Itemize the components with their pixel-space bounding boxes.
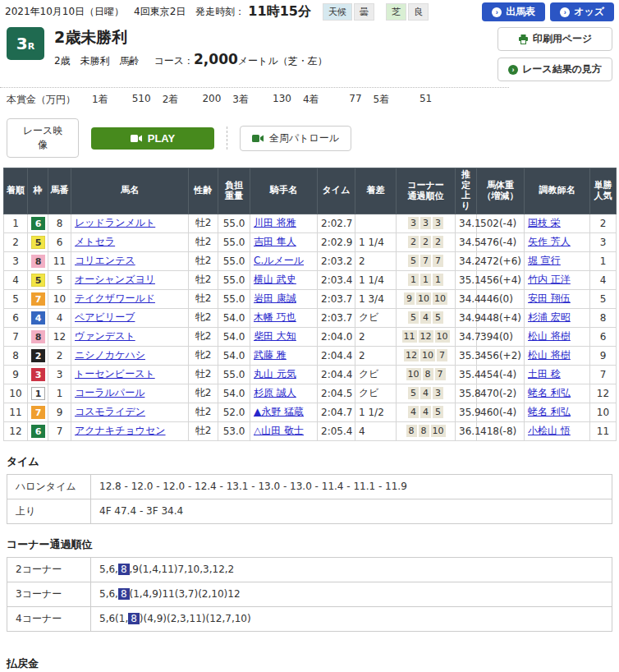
- trainer-link[interactable]: 国枝 栄: [528, 217, 561, 228]
- finish-time: 2:03.2: [318, 251, 355, 270]
- trainer-link[interactable]: 矢作 芳人: [528, 236, 571, 247]
- race-date: 2021年10月10日（日曜） 4回東京2日 発走時刻：: [5, 5, 245, 19]
- carried-weight: 52.0: [218, 403, 250, 421]
- body-weight: 460(-4): [477, 403, 525, 421]
- horse-name-cell: トーセンビースト: [71, 365, 189, 384]
- finish-time: 2:04.0: [318, 327, 355, 346]
- video-camera-icon: [131, 134, 143, 143]
- result-row: 5710テイクザワールド牡255.0岩田 康誠2:03.71 3/4910103…: [4, 289, 617, 308]
- trainer-link[interactable]: 松山 将樹: [528, 349, 571, 361]
- sex-age: 牝2: [189, 384, 218, 403]
- horse-name-link[interactable]: レッドランメルト: [75, 217, 155, 228]
- jockey-link[interactable]: 木幡 巧也: [254, 311, 296, 323]
- corner-pos-badge: 10: [416, 292, 431, 305]
- trainer-link[interactable]: 堀 宣行: [528, 255, 561, 266]
- trainer-link[interactable]: 杉浦 宏昭: [528, 311, 571, 323]
- horse-name-link[interactable]: コリエンテス: [75, 255, 135, 266]
- trainer-cell: 安田 翔伍: [525, 289, 590, 308]
- trainer-cell: 国枝 栄: [525, 214, 590, 232]
- trainer-link[interactable]: 竹内 正洋: [528, 274, 571, 285]
- corner-row-label: 3コーナー: [7, 582, 91, 606]
- horse-name-cell: コリエンテス: [71, 251, 189, 270]
- header-margin: 着差: [355, 168, 397, 214]
- print-page-label: 印刷用ページ: [533, 32, 593, 46]
- odds-button-label: オッズ: [574, 5, 604, 19]
- margin: クビ: [355, 384, 397, 403]
- win-favorite: 3: [590, 232, 617, 251]
- frame-cell: 5: [28, 232, 48, 251]
- corner-pos-badge: 8: [423, 368, 433, 380]
- header-time: タイム: [318, 168, 355, 214]
- horse-name-link[interactable]: アクナキチョウセン: [75, 425, 166, 436]
- sex-age: 牡2: [189, 403, 218, 421]
- horse-name-cell: メトセラ: [71, 232, 189, 251]
- trainer-cell: 杉浦 宏昭: [525, 308, 590, 327]
- header-carried-weight: 負担重量: [218, 168, 250, 214]
- race-header: 3R 2歳未勝利 2歳 未勝利 馬齢 コース：2,000メートル（芝・左） 印刷…: [0, 23, 619, 84]
- horse-name-link[interactable]: メトセラ: [75, 236, 115, 247]
- horse-name-cell: レッドランメルト: [71, 214, 189, 232]
- finish-time: 2:05.4: [318, 421, 355, 440]
- jockey-link[interactable]: △山田 敬士: [254, 425, 304, 436]
- trainer-link[interactable]: 土田 稔: [528, 368, 561, 380]
- jockey-link[interactable]: 吉田 隼人: [254, 236, 296, 247]
- horse-number: 10: [48, 289, 71, 308]
- play-button[interactable]: PLAY: [91, 127, 214, 150]
- corner-pos-badge: 10: [435, 330, 450, 343]
- horse-name-link[interactable]: ペアビリーブ: [75, 311, 135, 323]
- horse-name-link[interactable]: テイクザワールド: [75, 292, 155, 304]
- corner-pos-badge: 3: [433, 387, 443, 399]
- horse-name-link[interactable]: ニシノカケハシ: [75, 349, 145, 361]
- trainer-link[interactable]: 小桧山 悟: [528, 425, 571, 436]
- frame-cell: 6: [28, 421, 48, 440]
- turf-badges: 芝 良: [386, 3, 429, 21]
- horse-name-link[interactable]: オーシャンズヨリ: [75, 274, 155, 285]
- odds-button[interactable]: › オッズ: [550, 2, 614, 21]
- frame-cell: 8: [28, 327, 48, 346]
- print-page-button[interactable]: 印刷用ページ: [497, 27, 612, 51]
- carried-weight: 53.0: [218, 421, 250, 440]
- horse-number: 4: [48, 308, 71, 327]
- jockey-link[interactable]: 横山 武史: [254, 274, 296, 285]
- trainer-link[interactable]: 蛯名 利弘: [528, 387, 571, 398]
- jockey-link[interactable]: 丸山 元気: [254, 368, 296, 380]
- corner-pos-badge: 7: [435, 368, 446, 380]
- jockey-link[interactable]: ▲永野 猛蔵: [254, 406, 304, 417]
- win-favorite: 2: [590, 214, 617, 232]
- horse-name-link[interactable]: コスモライデン: [75, 406, 145, 417]
- jockey-link[interactable]: 柴田 大知: [254, 330, 296, 342]
- corner-pos-badge: 9: [404, 292, 415, 305]
- header-corner-positions: コーナー通過順位: [397, 168, 456, 214]
- result-row: 1011コーラルパール牝254.0杉原 誠人2:04.5クビ54335.8470…: [4, 384, 617, 403]
- jockey-link[interactable]: 武藤 雅: [254, 349, 287, 361]
- corner-positions: 111210: [397, 327, 456, 346]
- results-guide-button[interactable]: › レース結果の見方: [497, 58, 612, 81]
- race-video-button[interactable]: レース映像: [7, 118, 79, 158]
- patrol-video-button[interactable]: 全周パトロール: [240, 126, 351, 151]
- trainer-link[interactable]: 松山 将樹: [528, 330, 571, 342]
- payout-heading: 払戻金: [7, 656, 612, 672]
- finish-time: 2:04.4: [318, 346, 355, 365]
- last-furlongs-label: 上り: [7, 499, 91, 523]
- horse-name-link[interactable]: ヴァンデスト: [75, 330, 135, 342]
- jockey-link[interactable]: C.ルメール: [254, 255, 304, 266]
- trainer-link[interactable]: 蛯名 利弘: [528, 406, 571, 417]
- horse-name-link[interactable]: コーラルパール: [75, 387, 144, 398]
- corner-positions: 111: [397, 270, 456, 289]
- sex-age: 牡2: [189, 214, 218, 232]
- last-3f: 34.1: [456, 214, 477, 232]
- corner-positions: 543: [397, 384, 456, 403]
- body-weight: 472(+6): [477, 251, 525, 270]
- jockey-link[interactable]: 岩田 康誠: [254, 292, 296, 304]
- margin: クビ: [355, 308, 397, 327]
- jockey-link[interactable]: 杉原 誠人: [254, 387, 296, 398]
- entries-button[interactable]: › 出馬表: [482, 2, 545, 21]
- horse-name-link[interactable]: トーセンビースト: [75, 368, 155, 380]
- arrow-circle-icon: ›: [492, 7, 502, 17]
- horse-name-cell: ニシノカケハシ: [71, 346, 189, 365]
- trainer-link[interactable]: 安田 翔伍: [528, 292, 571, 304]
- finish-time: 2:04.4: [318, 365, 355, 384]
- horse-name-cell: ヴァンデスト: [71, 327, 189, 346]
- jockey-link[interactable]: 川田 将雅: [254, 217, 296, 228]
- sex-age: 牝2: [189, 308, 218, 327]
